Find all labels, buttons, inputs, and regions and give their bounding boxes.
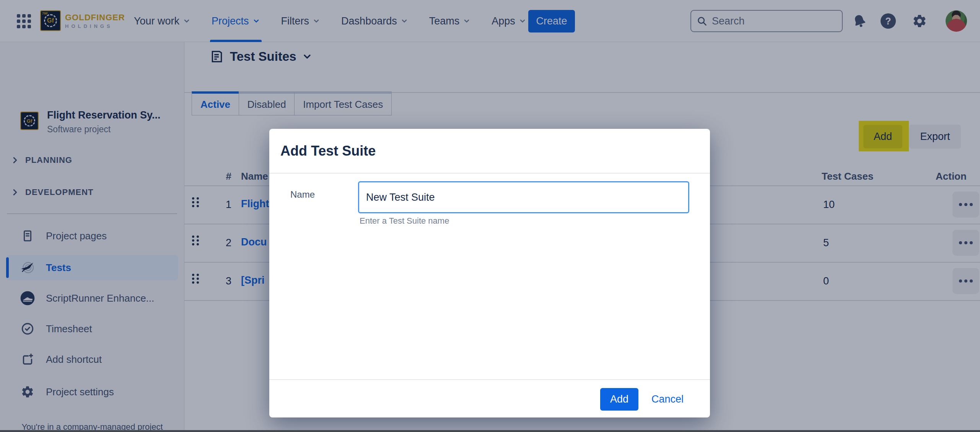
window-bottom-edge [0,430,980,432]
modal-header: Add Test Suite [269,129,710,174]
modal-cancel-button[interactable]: Cancel [651,388,684,411]
application-window: 79F Gf GOLDFINGER HOLDINGS Your work Pro… [0,0,980,432]
name-field-helper: Enter a Test Suite name [360,216,449,226]
add-test-suite-modal: Add Test Suite Name Enter a Test Suite n… [269,129,710,417]
name-field-label: Name [290,189,315,200]
test-suite-name-input[interactable] [358,181,689,213]
modal-footer: Add Cancel [269,379,710,417]
modal-add-button[interactable]: Add [600,388,638,411]
modal-title: Add Test Suite [280,143,376,159]
